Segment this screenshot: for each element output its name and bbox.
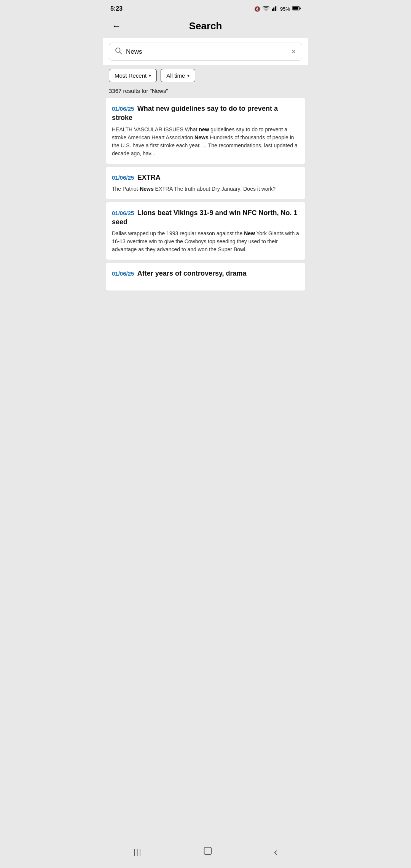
svg-rect-3	[275, 6, 276, 11]
result-title: EXTRA	[137, 174, 161, 181]
search-bar[interactable]: ✕	[109, 43, 302, 61]
svg-point-0	[266, 10, 266, 11]
most-recent-arrow: ▾	[149, 73, 151, 78]
result-card[interactable]: 01/06/25 Lions beat Vikings 31-9 and win…	[106, 202, 305, 260]
search-bar-container: ✕	[103, 38, 308, 65]
all-time-arrow: ▾	[187, 73, 190, 78]
result-title-block: 01/06/25 What new guidelines say to do t…	[112, 104, 299, 123]
result-date: 01/06/25	[112, 210, 134, 216]
svg-rect-1	[272, 8, 273, 11]
home-nav-icon[interactable]	[196, 844, 220, 860]
status-time: 5:23	[110, 5, 123, 12]
most-recent-filter[interactable]: Most Recent ▾	[109, 69, 157, 82]
wifi-icon	[263, 6, 269, 12]
signal-icon	[272, 6, 278, 12]
nav-bar: ||| ‹	[103, 839, 308, 868]
clear-icon[interactable]: ✕	[291, 48, 296, 56]
svg-rect-7	[300, 7, 301, 9]
result-title: What new guidelines say to do to prevent…	[112, 105, 278, 121]
result-title: After years of controversy, drama	[137, 270, 247, 277]
result-date: 01/06/25	[112, 270, 134, 277]
all-time-label: All time	[166, 72, 185, 79]
filters-row: Most Recent ▾ All time ▾	[103, 65, 308, 86]
svg-line-9	[119, 52, 121, 54]
result-card[interactable]: 01/06/25 After years of controversy, dra…	[106, 263, 305, 290]
results-list: 01/06/25 What new guidelines say to do t…	[103, 98, 308, 836]
menu-nav-icon[interactable]: |||	[126, 846, 150, 859]
mute-icon: 🔇	[254, 6, 260, 12]
result-title-block: 01/06/25 EXTRA	[112, 173, 299, 182]
result-date: 01/06/25	[112, 105, 134, 112]
most-recent-label: Most Recent	[115, 72, 147, 79]
back-nav-icon[interactable]: ‹	[266, 844, 285, 860]
all-time-filter[interactable]: All time ▾	[161, 69, 195, 82]
battery-icon	[292, 6, 301, 12]
page-title: Search	[189, 20, 222, 32]
svg-rect-2	[273, 7, 274, 11]
result-body: HEALTH VASCULAR ISSUES What new guidelin…	[112, 126, 299, 158]
result-date: 01/06/25	[112, 174, 134, 181]
battery-text: 95%	[280, 6, 290, 12]
result-card[interactable]: 01/06/25 What new guidelines say to do t…	[106, 98, 305, 164]
status-bar: 5:23 🔇 95%	[103, 0, 308, 16]
svg-rect-6	[293, 7, 298, 10]
search-icon	[115, 47, 122, 56]
search-input[interactable]	[126, 48, 287, 56]
result-title-block: 01/06/25 After years of controversy, dra…	[112, 269, 299, 278]
svg-rect-4	[276, 6, 277, 11]
result-card[interactable]: 01/06/25 EXTRA The Patriot-News EXTRA Th…	[106, 167, 305, 199]
svg-rect-10	[204, 847, 212, 855]
result-title-block: 01/06/25 Lions beat Vikings 31-9 and win…	[112, 208, 299, 227]
result-body: Dallas wrapped up the 1993 regular seaso…	[112, 230, 299, 254]
status-icons: 🔇 95%	[254, 6, 301, 12]
results-count: 3367 results for "News"	[103, 86, 308, 98]
back-button[interactable]: ←	[110, 20, 123, 32]
header: ← Search	[103, 16, 308, 38]
result-title: Lions beat Vikings 31-9 and win NFC Nort…	[112, 209, 298, 226]
result-body: The Patriot-News EXTRA The truth about D…	[112, 185, 299, 193]
